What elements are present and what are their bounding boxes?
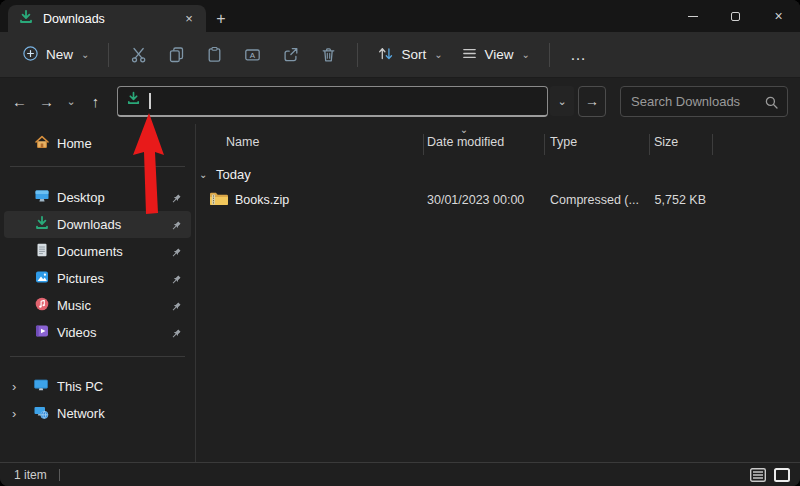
sidebar-item-label: Home [57, 136, 92, 151]
search-box [620, 86, 788, 117]
tab-downloads[interactable]: Downloads × [8, 5, 206, 32]
group-header-today[interactable]: ⌄ Today [196, 162, 251, 186]
more-options-button[interactable]: … [560, 42, 597, 68]
column-header-type[interactable]: Type [550, 128, 577, 156]
pin-icon [170, 272, 182, 290]
chevron-right-icon[interactable]: › [12, 406, 26, 421]
sidebar-item-videos[interactable]: Videos [4, 319, 191, 346]
documents-icon [34, 242, 50, 262]
window-controls: × [671, 0, 800, 32]
file-name-cell: Books.zip [209, 186, 289, 214]
close-button[interactable]: × [757, 0, 800, 32]
details-view-icon [750, 468, 766, 482]
sidebar-item-home[interactable]: Home [4, 130, 191, 157]
item-count: 1 item [14, 468, 47, 482]
sidebar-item-label: Pictures [57, 271, 104, 286]
address-bar[interactable] [117, 86, 548, 117]
tab-label: Downloads [43, 12, 180, 26]
view-toggle-group [748, 466, 792, 484]
sidebar: Home Desktop Downloads [0, 124, 196, 462]
videos-icon [34, 323, 50, 343]
large-icons-view-icon [774, 468, 790, 482]
up-button[interactable]: ↑ [82, 86, 109, 116]
toolbar-divider [357, 43, 358, 67]
sidebar-item-music[interactable]: Music [4, 292, 191, 319]
status-divider [59, 469, 60, 481]
column-separator[interactable] [423, 134, 424, 155]
chevron-down-icon[interactable]: ⌄ [199, 169, 213, 180]
column-headers: Name Date modified ⌄ Type Size [196, 128, 800, 156]
minimize-button[interactable] [671, 0, 714, 32]
delete-button[interactable] [309, 38, 347, 72]
sort-button[interactable]: Sort ⌄ [368, 39, 451, 71]
go-button[interactable]: → [578, 86, 606, 117]
sidebar-item-pictures[interactable]: Pictures [4, 265, 191, 292]
tab-close-icon[interactable]: × [180, 10, 198, 28]
chevron-down-icon: ⌄ [434, 49, 442, 60]
recent-locations-button[interactable]: ⌄ [60, 86, 82, 116]
view-icon [461, 45, 478, 65]
sidebar-item-label: Documents [57, 244, 123, 259]
file-size-cell: 5,752 KB [649, 186, 706, 214]
address-dropdown-button[interactable]: ⌄ [550, 86, 574, 116]
column-separator[interactable] [544, 134, 545, 155]
search-icon [764, 95, 779, 114]
pin-icon [170, 299, 182, 317]
pin-icon [170, 326, 182, 344]
sidebar-item-label: This PC [57, 379, 103, 394]
downloads-icon [126, 91, 141, 110]
sidebar-item-this-pc[interactable]: › This PC [4, 373, 191, 400]
sidebar-item-network[interactable]: › Network [4, 400, 191, 427]
view-button[interactable]: View ⌄ [452, 39, 539, 71]
chevron-down-icon: ⌄ [522, 49, 530, 60]
file-row-books-zip[interactable]: Books.zip 30/01/2023 00:00 Compressed (.… [196, 186, 796, 214]
main-area: Home Desktop Downloads [0, 124, 800, 462]
copy-icon [168, 46, 185, 63]
chevron-down-icon: ⌄ [81, 49, 89, 60]
column-header-name[interactable]: Name [226, 128, 259, 156]
paste-button[interactable] [195, 38, 233, 72]
sidebar-item-label: Music [57, 298, 91, 313]
details-view-button[interactable] [748, 466, 768, 484]
forward-button[interactable]: → [33, 86, 60, 116]
sidebar-item-downloads[interactable]: Downloads [4, 211, 191, 238]
column-header-size[interactable]: Size [654, 128, 678, 156]
sidebar-separator [10, 166, 185, 167]
sidebar-item-label: Videos [57, 325, 97, 340]
sort-button-label: Sort [401, 47, 426, 62]
back-button[interactable]: ← [6, 86, 33, 116]
cut-button[interactable] [119, 38, 157, 72]
minimize-icon [688, 16, 698, 17]
share-button[interactable] [271, 38, 309, 72]
desktop-icon [34, 188, 50, 208]
file-date-cell: 30/01/2023 00:00 [427, 186, 524, 214]
plus-circle-icon [22, 45, 39, 65]
large-icons-view-button[interactable] [772, 466, 792, 484]
text-cursor [149, 93, 151, 109]
downloads-icon [18, 9, 34, 29]
pin-icon [170, 191, 182, 209]
copy-button[interactable] [157, 38, 195, 72]
new-button[interactable]: New ⌄ [13, 39, 98, 71]
sidebar-separator [10, 356, 185, 357]
column-separator[interactable] [712, 134, 713, 155]
zip-folder-icon [209, 191, 229, 209]
status-bar: 1 item [0, 462, 800, 486]
file-explorer-window: Downloads × + × New ⌄ A [0, 0, 800, 486]
sidebar-item-documents[interactable]: Documents [4, 238, 191, 265]
cut-icon [130, 46, 147, 63]
rename-button[interactable]: A [233, 38, 271, 72]
new-button-label: New [46, 47, 73, 62]
column-separator[interactable] [649, 134, 650, 155]
view-button-label: View [485, 47, 514, 62]
rename-icon: A [244, 46, 261, 63]
network-icon [33, 404, 49, 424]
titlebar: Downloads × + × [0, 0, 800, 32]
new-tab-button[interactable]: + [206, 5, 236, 32]
pictures-icon [34, 269, 50, 289]
sidebar-item-label: Downloads [57, 217, 121, 232]
maximize-button[interactable] [714, 0, 757, 32]
chevron-right-icon[interactable]: › [12, 379, 26, 394]
sidebar-item-desktop[interactable]: Desktop [4, 184, 191, 211]
svg-text:A: A [250, 51, 256, 60]
